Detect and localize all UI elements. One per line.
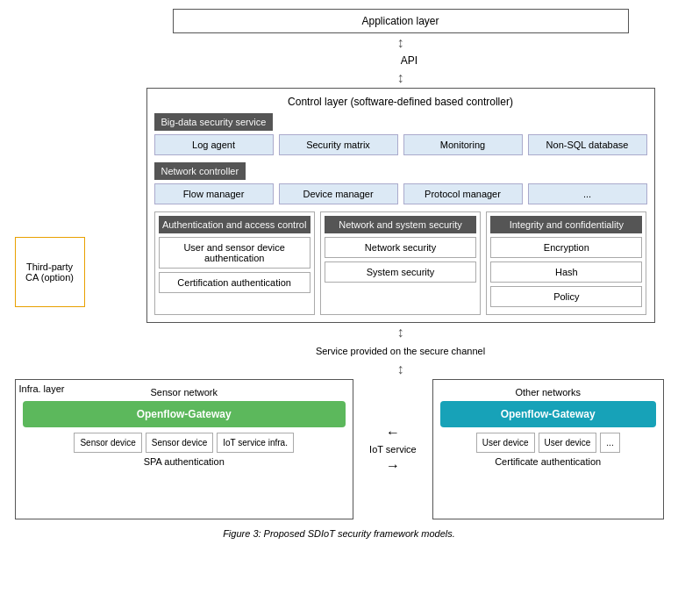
iot-service-middle: ← IoT service →: [362, 379, 424, 519]
openflow-gateway-green: Openflow-Gateway: [23, 401, 346, 427]
sensor-device-0: Sensor device: [74, 433, 141, 453]
sensor-device-1: Sensor device: [146, 433, 213, 453]
security-col-header-0: Authentication and access control: [159, 216, 310, 233]
user-devices-row: User device User device ...: [440, 433, 656, 453]
channel-arrow: ↕: [111, 325, 679, 340]
openflow-gateway-blue: Openflow-Gateway: [440, 401, 656, 427]
control-layer-box: Control layer (software-defined based co…: [146, 88, 655, 323]
security-item-1-0: Network security: [325, 237, 476, 258]
iot-service-label: IoT service: [369, 444, 417, 455]
user-device-dots: ...: [600, 433, 619, 453]
security-row: Authentication and access control User a…: [154, 211, 647, 315]
security-item-2-2: Policy: [490, 286, 642, 307]
security-col-2: Integrity and confidentiality Encryption…: [486, 211, 646, 315]
sensor-devices-row: Sensor device Sensor device IoT service …: [23, 433, 346, 453]
user-device-0: User device: [476, 433, 535, 453]
bigdata-item-2: Monitoring: [403, 134, 523, 155]
spa-label: SPA authentication: [23, 456, 346, 467]
netctrl-item-3: ...: [528, 183, 647, 204]
infra-row: Infra. layer Sensor network Openflow-Gat…: [15, 379, 664, 519]
security-item-0-1: Certification authentication: [159, 272, 310, 293]
iot-arrow-right: →: [386, 458, 400, 474]
iot-arrow-left: ←: [386, 425, 400, 441]
third-party-ca: Third-party CA (option): [15, 237, 85, 307]
bigdata-item-1: Security matrix: [279, 134, 398, 155]
api-arrow: ↕: [111, 35, 679, 51]
sensor-network-box: Infra. layer Sensor network Openflow-Gat…: [15, 379, 353, 519]
bigdata-header: Big-data security service: [154, 113, 274, 131]
bigdata-item-3: Non-SQL database: [528, 134, 647, 155]
netctrl-items-row: Flow manager Device manager Protocol man…: [154, 183, 647, 204]
security-col-header-2: Integrity and confidentiality: [490, 216, 642, 233]
channel-label: Service provided on the secure channel: [111, 346, 679, 356]
other-networks-box: Other networks Openflow-Gateway User dev…: [432, 379, 664, 519]
security-col-0: Authentication and access control User a…: [154, 211, 315, 315]
figure-caption: Figure 3: Proposed SDIoT security framew…: [223, 528, 455, 539]
bigdata-section: Big-data security service Log agent Secu…: [154, 113, 647, 155]
api-label: API: [120, 54, 679, 67]
security-item-2-1: Hash: [490, 261, 642, 283]
third-party-ca-label: Third-party CA (option): [19, 261, 81, 283]
iot-service-infra: IoT service infra.: [217, 433, 294, 453]
security-col-header-1: Network and system security: [325, 216, 476, 233]
control-layer-title: Control layer (software-defined based co…: [154, 96, 647, 108]
security-item-0-0: User and sensor device authentication: [159, 237, 310, 269]
infra-layer-label: Infra. layer: [19, 383, 65, 394]
netctrl-item-1: Device manager: [279, 183, 398, 204]
bigdata-items-row: Log agent Security matrix Monitoring Non…: [154, 134, 647, 155]
netctrl-item-2: Protocol manager: [403, 183, 523, 204]
netctrl-item-0: Flow manager: [154, 183, 274, 204]
app-layer-box: Application layer: [173, 9, 629, 33]
other-networks-label: Other networks: [440, 387, 656, 398]
cert-label: Certificate authentication: [440, 456, 656, 467]
security-item-1-1: System security: [325, 261, 476, 283]
bigdata-item-0: Log agent: [154, 134, 274, 155]
security-col-1: Network and system security Network secu…: [320, 211, 481, 315]
api-arrow2: ↕: [111, 70, 679, 86]
netctrl-header: Network controller: [154, 162, 246, 180]
netctrl-section: Network controller Flow manager Device m…: [154, 162, 647, 204]
channel-arrow2: ↕: [111, 362, 679, 377]
user-device-1: User device: [539, 433, 597, 453]
app-layer-label: Application layer: [361, 15, 439, 27]
security-item-2-0: Encryption: [490, 237, 642, 258]
sensor-network-label: Sensor network: [23, 387, 346, 398]
